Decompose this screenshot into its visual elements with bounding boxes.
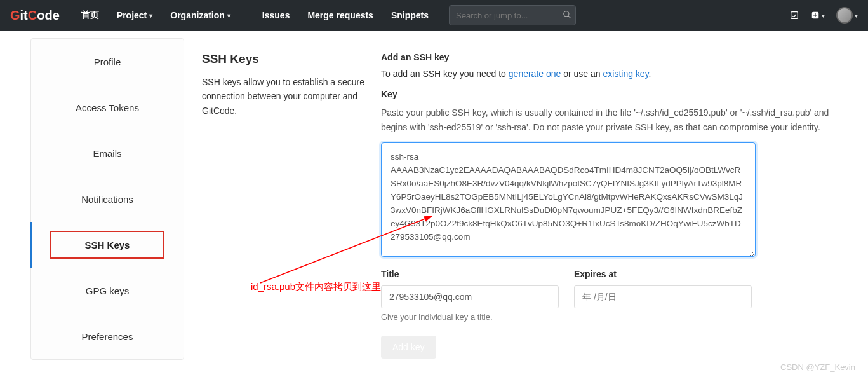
add-key-form: Add an SSH key To add an SSH key you nee… (381, 38, 868, 360)
brand-logo[interactable]: GitCode (10, 8, 60, 23)
add-key-heading: Add an SSH key (381, 52, 830, 62)
top-nav: GitCode 首页 Project▾ Organization▾ Issues… (0, 0, 868, 31)
plus-icon[interactable]: ▾ (811, 11, 825, 20)
add-key-button[interactable]: Add key (381, 336, 436, 359)
active-indicator (30, 222, 32, 268)
key-textarea[interactable] (381, 142, 756, 257)
settings-sidebar: Profile Access Tokens Emails Notificatio… (0, 38, 184, 360)
sidebar-item-emails[interactable]: Emails (31, 130, 184, 176)
svg-rect-2 (791, 12, 798, 19)
title-label: Title (381, 269, 559, 279)
nav-organization[interactable]: Organization▾ (161, 10, 239, 20)
sidebar-item-notifications[interactable]: Notifications (31, 176, 184, 222)
sidebar-item-preferences[interactable]: Preferences (31, 313, 184, 359)
nav-snippets[interactable]: Snippets (382, 10, 437, 20)
sidebar-item-ssh-keys[interactable]: SSH Keys (31, 222, 184, 268)
svg-point-0 (564, 11, 569, 16)
sidebar-item-access-tokens[interactable]: Access Tokens (31, 85, 184, 130)
page-description: SSH keys allow you to establish a secure… (202, 75, 368, 118)
nav-org-label: Organization (170, 10, 225, 20)
key-label: Key (381, 89, 830, 99)
expires-input[interactable] (574, 285, 752, 308)
edit-icon[interactable] (789, 10, 799, 20)
watermark: CSDN @YZF_Kevin (780, 362, 855, 372)
title-tip: Give your individual key a title. (381, 312, 559, 322)
nav-home[interactable]: 首页 (72, 10, 108, 21)
add-key-help: To add an SSH key you need to generate o… (381, 69, 651, 79)
expires-label: Expires at (574, 269, 752, 279)
existing-key-link[interactable]: existing key (603, 69, 649, 79)
generate-link[interactable]: generate one (509, 69, 561, 79)
nav-right: ▾ ▾ (789, 7, 858, 24)
chevron-down-icon: ▾ (227, 12, 230, 19)
search-box[interactable] (449, 5, 576, 25)
nav-project-label: Project (117, 10, 147, 20)
nav-issues[interactable]: Issues (253, 10, 299, 20)
page-body: Profile Access Tokens Emails Notificatio… (0, 31, 868, 360)
search-icon (563, 10, 571, 21)
user-menu[interactable]: ▾ (836, 7, 858, 24)
sidebar-item-gpg-keys[interactable]: GPG keys (31, 268, 184, 313)
nav-merge-requests[interactable]: Merge requests (298, 10, 382, 20)
svg-line-1 (568, 15, 571, 18)
avatar (836, 7, 853, 24)
sidebar-item-profile[interactable]: Profile (31, 39, 184, 85)
highlight-annotation (50, 231, 164, 259)
search-input[interactable] (456, 11, 563, 20)
title-input[interactable] (381, 285, 559, 308)
chevron-down-icon: ▾ (149, 12, 152, 19)
key-help-text: Paste your public SSH key, which is usua… (381, 106, 830, 135)
page-title: SSH Keys (202, 52, 368, 66)
section-description: SSH Keys SSH keys allow you to establish… (184, 38, 381, 360)
nav-project[interactable]: Project▾ (108, 10, 161, 20)
